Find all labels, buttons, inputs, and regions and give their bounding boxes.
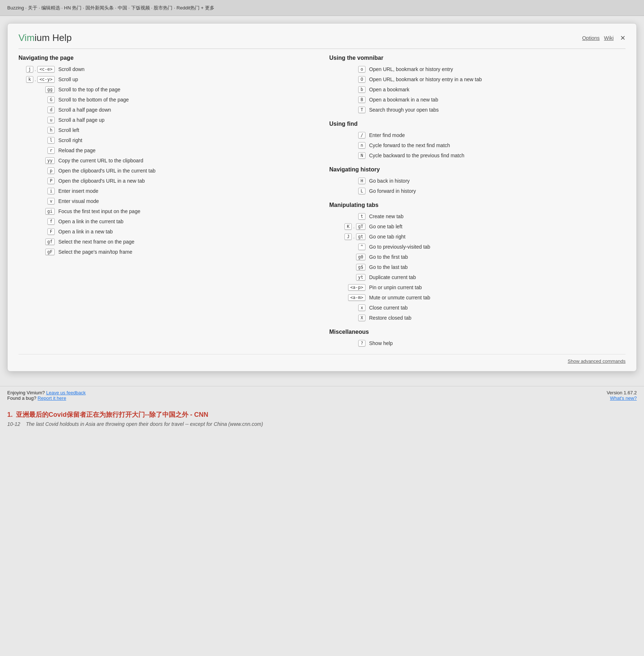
- desc-scroll-down: Scroll down: [58, 66, 84, 72]
- desc-pin-tab: Pin or unpin current tab: [369, 285, 422, 290]
- keys-open-bookmark: b: [329, 86, 365, 93]
- cmd-visual-mode: v Enter visual mode: [18, 197, 315, 205]
- modal-title: Vimium Help: [18, 32, 72, 43]
- wiki-link[interactable]: Wiki: [604, 35, 614, 41]
- section-navigating-page-title: Navigating the page: [18, 55, 315, 61]
- desc-scroll-top: Scroll to the top of the page: [58, 87, 120, 92]
- keys-pin-tab: <a-p>: [329, 284, 365, 291]
- keys-prev-tab: ^: [329, 244, 365, 250]
- cmd-open-url-new: O Open URL, bookmark or history entry in…: [329, 75, 626, 84]
- desc-open-clipboard-cur: Open the clipboard's URL in the current …: [58, 168, 155, 174]
- desc-find-next: Cycle forward to the next find match: [369, 142, 450, 148]
- key-am: <a-m>: [348, 294, 365, 301]
- cmd-open-bookmark: b Open a bookmark: [329, 85, 626, 94]
- key-u: u: [47, 117, 55, 123]
- keys-scroll-bottom: G: [18, 96, 55, 103]
- desc-tab-right: Go one tab right: [369, 234, 405, 240]
- keys-open-link-new: F: [18, 228, 55, 235]
- keys-open-clipboard-new: P: [18, 178, 55, 184]
- cmd-show-help: ? Show help: [329, 339, 626, 348]
- cmd-tab-right: J , gt Go one tab right: [329, 232, 626, 241]
- cmd-search-tabs: T Search through your open tabs: [329, 105, 626, 114]
- news-date: 10-12: [7, 421, 20, 427]
- cmd-copy-url: yy Copy the current URL to the clipboard: [18, 156, 315, 165]
- key-F: F: [47, 228, 55, 235]
- right-column: Using the vomnibar o Open URL, bookmark …: [329, 55, 626, 349]
- cmd-open-bookmark-new: B Open a bookmark in a new tab: [329, 95, 626, 104]
- key-J: J: [344, 233, 352, 240]
- whats-new-link[interactable]: What's new?: [607, 395, 637, 401]
- cmd-mute-tab: <a-m> Mute or unmute current tab: [329, 293, 626, 302]
- cmd-find-next: n Cycle forward to the next find match: [329, 141, 626, 150]
- key-N: N: [358, 152, 365, 159]
- section-tabs-title: Manipulating tabs: [329, 202, 626, 208]
- key-l: l: [47, 137, 55, 144]
- desc-back-history: Go back in history: [369, 178, 410, 184]
- key-yy: yy: [45, 157, 55, 164]
- key-p: p: [47, 167, 55, 174]
- keys-find-next: n: [329, 142, 365, 149]
- cmd-last-tab: g$ Go to the last tab: [329, 263, 626, 271]
- desc-half-down: Scroll a half page down: [58, 107, 111, 113]
- bottom-left-info: Enjoying Vimium? Leave us feedback Found…: [7, 390, 86, 401]
- news-index: 1.: [7, 411, 13, 418]
- cmd-duplicate-tab: yt Duplicate current tab: [329, 273, 626, 282]
- cmd-scroll-bottom: G Scroll to the bottom of the page: [18, 95, 315, 104]
- cmd-main-frame: gF Select the page's main/top frame: [18, 248, 315, 256]
- desc-tab-left: Go one tab left: [369, 224, 402, 229]
- cmd-half-down: d Scroll a half page down: [18, 105, 315, 114]
- keys-tab-left: K , gT: [329, 223, 365, 230]
- key-h: h: [47, 127, 55, 133]
- keys-scroll-top: gg: [18, 86, 55, 93]
- key-L-hist: L: [358, 188, 365, 194]
- keys-forward-history: L: [329, 188, 365, 194]
- bottom-right-info: Version 1.67.2 What's new?: [607, 390, 637, 401]
- cmd-next-frame: gf Select the next frame on the page: [18, 237, 315, 246]
- key-cy: <c-y>: [37, 76, 55, 83]
- cmd-focus-input: gi Focus the first text input on the pag…: [18, 207, 315, 216]
- section-find-title: Using find: [329, 121, 626, 127]
- feedback-link[interactable]: Leave us feedback: [46, 390, 85, 395]
- key-v: v: [47, 198, 55, 204]
- desc-reload: Reload the page: [58, 148, 96, 153]
- key-caret: ^: [358, 244, 365, 250]
- keys-duplicate-tab: yt: [329, 274, 365, 281]
- news-subtitle-text: The last Covid holdouts in Asia are thro…: [26, 421, 263, 427]
- desc-last-tab: Go to the last tab: [369, 264, 408, 270]
- keys-tab-right: J , gt: [329, 233, 365, 240]
- keys-open-url: o: [329, 66, 365, 72]
- cmd-insert-mode: i Enter insert mode: [18, 187, 315, 195]
- keys-half-up: u: [18, 117, 55, 123]
- desc-half-up: Scroll a half page up: [58, 117, 105, 123]
- help-body: Navigating the page j , <c-e> Scroll dow…: [18, 55, 626, 349]
- desc-close-tab: Close current tab: [369, 305, 408, 311]
- section-history-title: Navigating history: [329, 166, 626, 173]
- key-d: d: [47, 107, 55, 113]
- desc-open-bookmark: Open a bookmark: [369, 87, 409, 92]
- section-vomnibar-title: Using the vomnibar: [329, 55, 626, 61]
- cmd-scroll-right: l Scroll right: [18, 136, 315, 145]
- report-link[interactable]: Report it here: [38, 395, 66, 401]
- desc-duplicate-tab: Duplicate current tab: [369, 274, 416, 280]
- cmd-back-history: H Go back in history: [329, 177, 626, 185]
- key-G: G: [47, 96, 55, 103]
- key-K: K: [344, 223, 352, 230]
- desc-new-tab: Create new tab: [369, 213, 403, 219]
- desc-next-frame: Select the next frame on the page: [58, 239, 134, 245]
- section-misc-title: Miscellaneous: [329, 329, 626, 335]
- options-link[interactable]: Options: [582, 35, 599, 41]
- keys-half-down: d: [18, 107, 55, 113]
- key-slash: /: [358, 132, 365, 138]
- desc-find-prev: Cycle backward to the previous find matc…: [369, 153, 464, 158]
- key-gf: gf: [45, 238, 55, 245]
- close-button[interactable]: ✕: [620, 34, 626, 42]
- key-o: o: [358, 66, 365, 72]
- key-t: t: [358, 213, 365, 220]
- desc-open-url-new: Open URL, bookmark or history entry in a…: [369, 76, 482, 82]
- advanced-commands-link[interactable]: Show advanced commands: [568, 358, 626, 364]
- keys-main-frame: gF: [18, 249, 55, 255]
- left-column: Navigating the page j , <c-e> Scroll dow…: [18, 55, 315, 349]
- key-H: H: [358, 178, 365, 184]
- key-ce: <c-e>: [37, 66, 55, 72]
- key-n: n: [358, 142, 365, 149]
